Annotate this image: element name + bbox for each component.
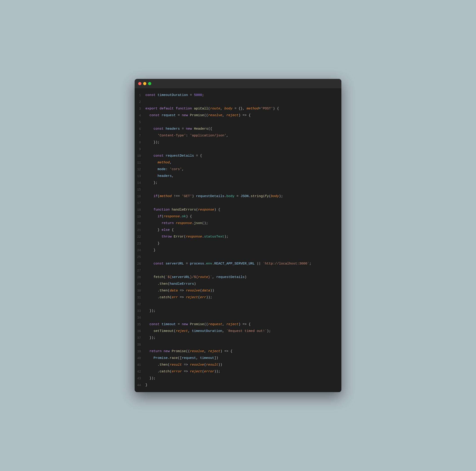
line-43: 43 }); [135,375,341,382]
line-7: 7 'Content-Type': 'application/json', [135,132,341,139]
line-4: 4 const request = new Promise((resolve, … [135,112,341,119]
line-13: 13 headers, [135,173,341,180]
line-15: 15 [135,186,341,193]
line-40: 40 Promise.race([request, timeout]) [135,355,341,362]
line-38: 38 [135,341,341,348]
line-3: 3 export default function apiCall(route,… [135,105,341,112]
line-33: 33 }); [135,308,341,314]
line-8: 8 }); [135,139,341,146]
close-dot[interactable] [138,82,141,85]
line-12: 12 mode: 'cors', [135,166,341,173]
line-18: 18 function handleErrors(response) { [135,206,341,213]
line-42: 42 .catch(error => reject(error)); [135,368,341,375]
line-10: 10 const requestDetails = { [135,152,341,159]
line-14: 14 }; [135,180,341,186]
maximize-dot[interactable] [148,82,151,85]
line-36: 36 setTimeout(reject, timeoutDuration, `… [135,328,341,335]
line-19: 19 if(response.ok) { [135,213,341,220]
line-9: 9 [135,146,341,152]
line-22: 22 throw Error(response.statusText); [135,234,341,240]
line-28: 28 fetch(`${serverURL}/${route}`, reques… [135,274,341,281]
line-25: 25 [135,254,341,260]
line-1: 1 const timeoutDuration = 5000; [135,92,341,99]
line-23: 23 } [135,240,341,247]
line-5: 5 [135,119,341,126]
title-bar [135,79,341,88]
line-24: 24 } [135,247,341,254]
minimize-dot[interactable] [143,82,146,85]
line-26: 26 const serverURL = process.env.REACT_A… [135,260,341,267]
line-39: 39 return new Promise((resolve, reject) … [135,348,341,355]
line-16: 16 if(method !== 'GET') requestDetails.b… [135,193,341,200]
line-44: 44 } [135,382,341,388]
line-37: 37 }); [135,335,341,341]
line-35: 35 const timeout = new Promise((request,… [135,321,341,328]
line-34: 34 [135,314,341,321]
line-21: 21 } else { [135,227,341,234]
line-29: 29 .then(handleErrors) [135,281,341,287]
code-editor-window: 1 const timeoutDuration = 5000; 2 3 expo… [135,79,341,392]
line-6: 6 const headers = new Headers({ [135,126,341,132]
line-32: 32 [135,301,341,308]
line-31: 31 .catch(err => reject(err)); [135,294,341,301]
line-27: 27 [135,267,341,274]
line-30: 30 .then(data => resolve(data)) [135,287,341,294]
line-17: 17 [135,200,341,206]
line-2: 2 [135,99,341,105]
line-20: 20 return response.json(); [135,220,341,227]
code-area: 1 const timeoutDuration = 5000; 2 3 expo… [135,88,341,392]
line-41: 41 .then(result => resolve(result)) [135,362,341,368]
line-11: 11 method, [135,159,341,166]
